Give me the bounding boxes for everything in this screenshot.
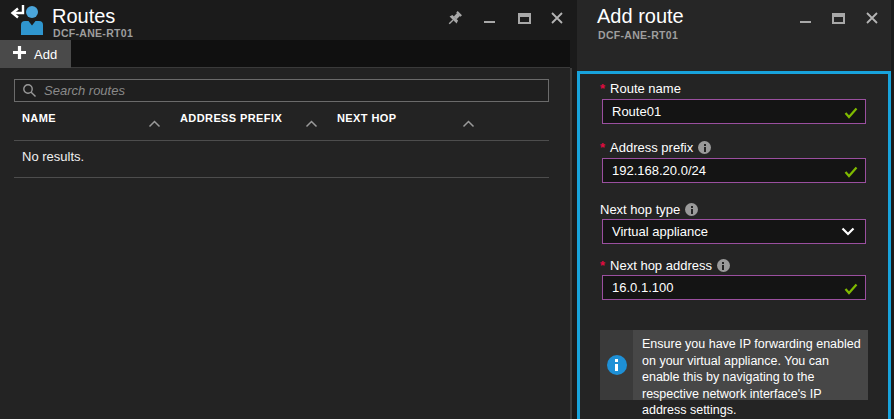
blade-separator bbox=[570, 68, 572, 419]
blade-subtitle: DCF-ANE-RT01 bbox=[53, 27, 133, 39]
page-title: Add route bbox=[597, 5, 684, 28]
add-button[interactable]: Add bbox=[0, 40, 71, 68]
route-name-label: * Route name bbox=[600, 81, 681, 96]
page-title: Routes bbox=[52, 5, 115, 28]
routes-blade-header: Routes DCF-ANE-RT01 bbox=[0, 0, 570, 40]
column-header-name[interactable]: NAME bbox=[22, 112, 56, 124]
field-label-text: Address prefix bbox=[610, 140, 693, 155]
add-route-form: * Route name * Address prefix Next hop t… bbox=[577, 71, 891, 419]
command-bar: Add bbox=[0, 40, 570, 68]
column-header-address-prefix[interactable]: ADDRESS PREFIX bbox=[180, 112, 282, 124]
required-asterisk: * bbox=[600, 81, 605, 96]
selected-option: Virtual appliance bbox=[612, 224, 708, 239]
divider bbox=[14, 177, 549, 178]
sort-icon[interactable] bbox=[148, 114, 161, 132]
sort-icon[interactable] bbox=[462, 114, 475, 132]
chevron-down-icon bbox=[841, 227, 855, 236]
valid-check-icon bbox=[844, 281, 858, 299]
required-asterisk: * bbox=[600, 258, 605, 273]
next-hop-type-label: Next hop type bbox=[600, 202, 698, 217]
add-route-header: Add route DCF-ANE-RT01 bbox=[577, 0, 891, 71]
route-table-icon bbox=[8, 3, 46, 41]
next-hop-address-label: * Next hop address bbox=[600, 258, 730, 273]
info-icon[interactable] bbox=[717, 259, 730, 272]
address-prefix-input[interactable] bbox=[602, 158, 866, 183]
routes-blade: Routes DCF-ANE-RT01 Add bbox=[0, 0, 570, 419]
blade-subtitle: DCF-ANE-RT01 bbox=[598, 29, 678, 41]
info-icon[interactable] bbox=[698, 141, 711, 154]
info-icon[interactable] bbox=[685, 203, 698, 216]
field-label-text: Next hop type bbox=[600, 202, 680, 217]
empty-state-text: No results. bbox=[22, 149, 84, 164]
search-icon bbox=[22, 83, 37, 98]
sort-icon[interactable] bbox=[305, 114, 318, 132]
info-box-text: Ensure you have IP forwarding enabled on… bbox=[633, 330, 868, 400]
valid-check-icon bbox=[844, 105, 858, 123]
field-label-text: Route name bbox=[610, 81, 681, 96]
required-asterisk: * bbox=[600, 140, 605, 155]
add-button-label: Add bbox=[34, 47, 57, 62]
column-label: NEXT HOP bbox=[337, 112, 396, 124]
route-name-input[interactable] bbox=[602, 99, 866, 124]
valid-check-icon bbox=[844, 164, 858, 182]
info-box-strip bbox=[600, 330, 633, 400]
divider bbox=[14, 140, 549, 141]
field-label-text: Next hop address bbox=[610, 258, 712, 273]
column-label: ADDRESS PREFIX bbox=[180, 112, 282, 124]
next-hop-type-select[interactable]: Virtual appliance bbox=[602, 219, 866, 244]
add-route-blade: Add route DCF-ANE-RT01 * Route name * Ad… bbox=[577, 0, 891, 419]
maximize-icon[interactable] bbox=[828, 8, 848, 28]
maximize-icon[interactable] bbox=[514, 8, 534, 28]
info-icon bbox=[607, 355, 627, 375]
close-icon[interactable] bbox=[547, 8, 567, 28]
address-prefix-label: * Address prefix bbox=[600, 140, 711, 155]
column-label: NAME bbox=[22, 112, 56, 124]
next-hop-address-input[interactable] bbox=[602, 275, 866, 300]
add-icon bbox=[12, 45, 27, 64]
search-box bbox=[14, 79, 549, 102]
pin-icon[interactable] bbox=[444, 8, 464, 28]
minimize-icon[interactable] bbox=[479, 8, 499, 28]
column-header-next-hop[interactable]: NEXT HOP bbox=[337, 112, 396, 124]
close-icon[interactable] bbox=[862, 8, 882, 28]
minimize-icon[interactable] bbox=[795, 8, 815, 28]
search-input[interactable] bbox=[37, 83, 548, 98]
info-box: Ensure you have IP forwarding enabled on… bbox=[600, 330, 868, 400]
